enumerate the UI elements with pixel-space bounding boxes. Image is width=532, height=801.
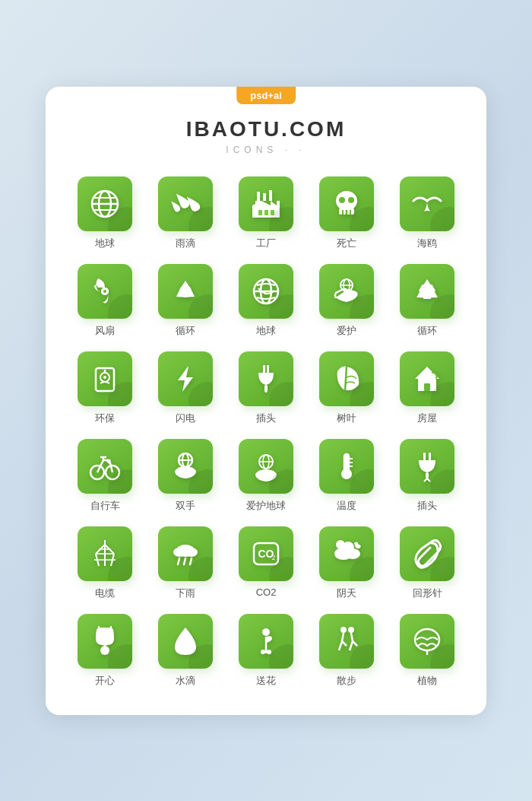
icon-item: 自行车 (68, 439, 141, 513)
icon-item: 爱护 (310, 264, 383, 338)
icon-box-cloudy (319, 526, 374, 581)
svg-point-17 (348, 197, 354, 203)
icon-item: 回形针 (391, 526, 464, 600)
site-title: IBAOTU.COM (68, 117, 464, 141)
svg-point-83 (336, 540, 345, 549)
svg-rect-12 (264, 210, 268, 215)
icon-label: CO2 (256, 586, 277, 598)
icon-box-co2: CO2 (239, 526, 293, 581)
icon-box-skull (319, 176, 374, 231)
icon-item: 雨滴 (149, 176, 222, 250)
card-subtitle: ICONS · · (68, 145, 464, 155)
icon-item: 死亡 (310, 176, 383, 250)
svg-rect-9 (263, 193, 266, 201)
icon-label: 房屋 (417, 412, 437, 425)
icon-item: 温度 (310, 439, 383, 513)
svg-point-88 (262, 628, 270, 636)
icon-label: 风扇 (95, 324, 115, 338)
icon-box-raindrops (158, 176, 213, 231)
svg-rect-40 (424, 383, 430, 391)
icon-label: 爱护 (337, 324, 356, 338)
svg-line-99 (342, 641, 347, 646)
icon-box-drop (158, 614, 213, 669)
svg-line-97 (351, 633, 353, 641)
icon-box-radiation (78, 264, 132, 319)
svg-line-101 (353, 641, 357, 646)
icon-item: 环保 (68, 351, 141, 425)
icon-label: 环保 (95, 412, 115, 425)
svg-line-62 (427, 478, 430, 482)
svg-rect-59 (429, 453, 431, 460)
icon-box-paperclip (400, 526, 454, 581)
icon-label: 插头 (417, 499, 437, 513)
icon-box-tower (78, 526, 132, 581)
icon-item: 地球 (68, 176, 141, 250)
icon-box-happy (78, 614, 132, 669)
svg-text:2: 2 (271, 554, 275, 561)
icon-box-rain (158, 526, 213, 581)
svg-point-72 (173, 548, 185, 557)
svg-rect-8 (257, 192, 260, 201)
icon-item: 爱护地球 (230, 439, 302, 513)
svg-point-82 (345, 548, 360, 559)
icon-box-walk (319, 614, 374, 669)
icon-item: 循环 (391, 264, 464, 338)
icon-box-globe2 (239, 264, 293, 319)
icon-item: 闪电 (149, 351, 222, 425)
svg-rect-10 (269, 190, 272, 201)
icon-label: 树叶 (337, 412, 356, 425)
icon-item: 电缆 (68, 526, 141, 600)
svg-marker-34 (178, 366, 193, 392)
icon-item: 插头 (391, 439, 464, 513)
icon-item: 下雨 (149, 526, 222, 600)
icon-label: 阴天 (337, 586, 356, 600)
icon-item: 双手 (149, 439, 222, 513)
svg-rect-60 (426, 472, 429, 478)
icon-box-plug2 (400, 439, 454, 494)
icon-item: 散步 (310, 614, 383, 688)
svg-rect-53 (345, 455, 348, 470)
icon-label: 温度 (337, 499, 356, 513)
icon-label: 雨滴 (176, 237, 195, 250)
svg-rect-35 (263, 365, 265, 373)
icon-box-flower (239, 614, 293, 669)
icon-label: 双手 (176, 499, 195, 513)
icon-box-lightning (158, 351, 213, 406)
icon-box-handsglobe (239, 439, 293, 494)
icon-item: CO2CO2 (230, 526, 302, 600)
icon-item: 植物 (391, 614, 464, 688)
svg-line-76 (190, 558, 192, 564)
icon-box-recycle (158, 264, 213, 319)
svg-point-33 (103, 376, 106, 379)
icon-box-house (400, 351, 454, 406)
icon-label: 散步 (337, 674, 356, 688)
svg-line-96 (342, 633, 344, 641)
icon-label: 死亡 (337, 237, 356, 250)
icon-label: 海鸥 (417, 237, 437, 250)
svg-point-42 (106, 466, 119, 479)
svg-line-100 (350, 641, 353, 650)
icon-label: 闪电 (176, 412, 195, 425)
svg-point-54 (341, 469, 352, 479)
icon-item: 树叶 (310, 351, 383, 425)
icon-label: 工厂 (256, 237, 276, 250)
svg-rect-58 (423, 453, 426, 460)
icon-box-recycle2 (400, 264, 454, 319)
icon-box-handglobe (319, 264, 374, 319)
svg-line-75 (184, 558, 185, 564)
icon-box-hands (158, 439, 213, 494)
icon-label: 电缆 (95, 586, 115, 600)
icon-item: 插头 (230, 351, 302, 425)
icon-label: 下雨 (176, 586, 195, 600)
svg-point-95 (348, 627, 354, 633)
icon-label: 自行车 (90, 499, 120, 513)
icon-item: 循环 (149, 264, 222, 338)
svg-point-94 (340, 627, 347, 633)
icon-label: 循环 (417, 324, 437, 338)
icon-box-seagull (400, 176, 454, 231)
icon-label: 插头 (256, 412, 276, 425)
main-card: IBAOTU.COM ICONS · · 地球雨滴工厂死亡海鸥风扇循环地球爱护循… (46, 87, 486, 715)
svg-rect-37 (264, 385, 268, 393)
svg-point-16 (339, 197, 345, 203)
icon-box-bicycle (78, 439, 132, 494)
